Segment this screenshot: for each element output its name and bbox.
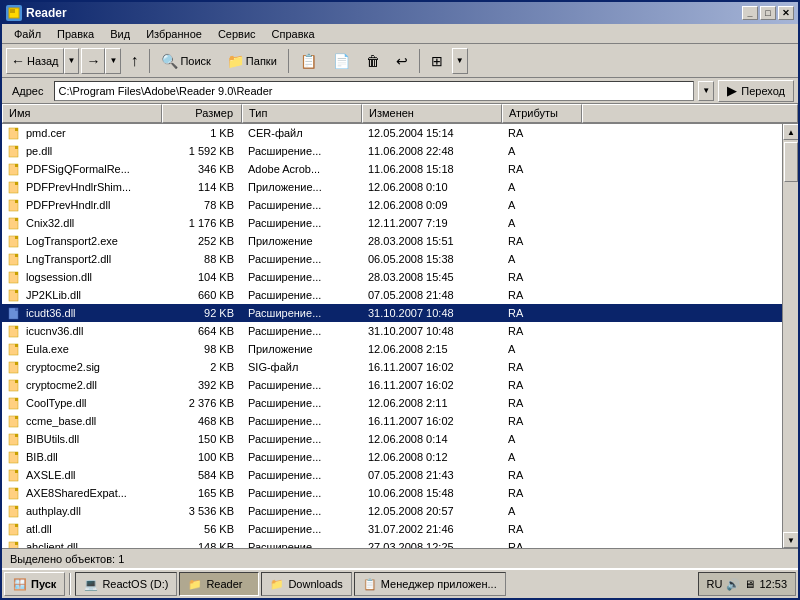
file-modified: 16.11.2007 16:02 <box>362 378 502 392</box>
back-dropdown-button[interactable]: ▼ <box>64 48 80 74</box>
start-button[interactable]: 🪟 Пуск <box>4 572 65 596</box>
scroll-track[interactable] <box>783 140 798 532</box>
column-header-modified[interactable]: Изменен <box>362 104 502 123</box>
close-button[interactable]: ✕ <box>778 6 794 20</box>
menu-favorites[interactable]: Избранное <box>138 26 210 42</box>
file-size: 148 KB <box>162 540 242 548</box>
file-modified: 27.03.2008 12:25 <box>362 540 502 548</box>
table-row[interactable]: CoolType.dll 2 376 KB Расширение... 12.0… <box>2 394 782 412</box>
table-row[interactable]: icudt36.dll 92 KB Расширение... 31.10.20… <box>2 304 782 322</box>
file-type: SIG-файл <box>242 360 362 374</box>
table-row[interactable]: cryptocme2.dll 392 KB Расширение... 16.1… <box>2 376 782 394</box>
forward-button-group: → ▼ <box>81 48 121 74</box>
paste-button[interactable]: 📄 <box>326 48 357 74</box>
taskbar-item-manager[interactable]: 📋 Менеджер приложен... <box>354 572 506 596</box>
file-name: atl.dll <box>2 521 162 537</box>
goto-button[interactable]: ▶ Переход <box>718 80 794 102</box>
taskbar-item-reactos[interactable]: 💻 ReactOS (D:) <box>75 572 177 596</box>
taskbar-item-downloads[interactable]: 📁 Downloads <box>261 572 351 596</box>
file-type: Расширение... <box>242 144 362 158</box>
table-row[interactable]: pmd.cer 1 KB CER-файл 12.05.2004 15:14 R… <box>2 124 782 142</box>
language-indicator[interactable]: RU <box>707 578 723 590</box>
toolbar: ← Назад ▼ → ▼ ↑ 🔍 Поиск 📁 Папки 📋 📄 <box>2 44 798 78</box>
column-header-attributes[interactable]: Атрибуты <box>502 104 582 123</box>
file-icon <box>8 522 22 536</box>
forward-button[interactable]: → <box>81 48 105 74</box>
column-header-type[interactable]: Тип <box>242 104 362 123</box>
file-size: 584 KB <box>162 468 242 482</box>
table-row[interactable]: icucnv36.dll 664 KB Расширение... 31.10.… <box>2 322 782 340</box>
view-dropdown-button[interactable]: ▼ <box>452 48 468 74</box>
search-button[interactable]: 🔍 Поиск <box>154 48 217 74</box>
table-row[interactable]: authplay.dll 3 536 KB Расширение... 12.0… <box>2 502 782 520</box>
taskbar-item-reader[interactable]: 📁 Reader <box>179 572 259 596</box>
table-row[interactable]: LngTransport2.dll 88 KB Расширение... 06… <box>2 250 782 268</box>
file-modified: 16.11.2007 16:02 <box>362 360 502 374</box>
scroll-thumb[interactable] <box>784 142 798 182</box>
menu-help[interactable]: Справка <box>264 26 323 42</box>
back-button[interactable]: ← Назад <box>6 48 64 74</box>
file-icon <box>8 216 22 230</box>
file-type: Расширение... <box>242 540 362 548</box>
file-type: Приложение <box>242 234 362 248</box>
address-dropdown-button[interactable]: ▼ <box>698 81 714 101</box>
table-row[interactable]: PDFSigQFormalRe... 346 KB Adobe Acrob...… <box>2 160 782 178</box>
file-type: Adobe Acrob... <box>242 162 362 176</box>
table-row[interactable]: pe.dll 1 592 KB Расширение... 11.06.2008… <box>2 142 782 160</box>
forward-dropdown-button[interactable]: ▼ <box>105 48 121 74</box>
file-size: 468 KB <box>162 414 242 428</box>
file-list[interactable]: pmd.cer 1 KB CER-файл 12.05.2004 15:14 R… <box>2 124 782 548</box>
folders-button[interactable]: 📁 Папки <box>220 48 284 74</box>
file-icon <box>8 342 22 356</box>
table-row[interactable]: cryptocme2.sig 2 KB SIG-файл 16.11.2007 … <box>2 358 782 376</box>
clock: 12:53 <box>759 578 787 590</box>
address-input[interactable] <box>54 81 695 101</box>
up-button[interactable]: ↑ <box>123 48 145 74</box>
window-icon <box>6 5 22 21</box>
address-label: Адрес <box>6 85 50 97</box>
maximize-button[interactable]: □ <box>760 6 776 20</box>
vertical-scrollbar[interactable]: ▲ ▼ <box>782 124 798 548</box>
table-row[interactable]: Eula.exe 98 KB Приложение 12.06.2008 2:1… <box>2 340 782 358</box>
scroll-down-button[interactable]: ▼ <box>783 532 798 548</box>
view-button[interactable]: ⊞ <box>424 48 450 74</box>
file-icon <box>8 324 22 338</box>
volume-icon[interactable]: 🔊 <box>726 578 740 591</box>
toolbar-divider-1 <box>149 49 150 73</box>
file-modified: 12.06.2008 0:09 <box>362 198 502 212</box>
file-list-container: pmd.cer 1 KB CER-файл 12.05.2004 15:14 R… <box>2 124 798 548</box>
minimize-button[interactable]: _ <box>742 6 758 20</box>
file-attr: RA <box>502 414 582 428</box>
table-row[interactable]: PDFPrevHndlrShim... 114 KB Приложение...… <box>2 178 782 196</box>
menu-view[interactable]: Вид <box>102 26 138 42</box>
table-row[interactable]: PDFPrevHndlr.dll 78 KB Расширение... 12.… <box>2 196 782 214</box>
file-modified: 31.10.2007 10:48 <box>362 306 502 320</box>
taskbar-item-reader-label: Reader <box>206 578 242 590</box>
svg-marker-13 <box>15 218 18 221</box>
file-attr: A <box>502 450 582 464</box>
file-attr: A <box>502 180 582 194</box>
undo-button[interactable]: ↩ <box>389 48 415 74</box>
column-header-name[interactable]: Имя <box>2 104 162 123</box>
svg-marker-15 <box>15 236 18 239</box>
menu-file[interactable]: Файл <box>6 26 49 42</box>
table-row[interactable]: JP2KLib.dll 660 KB Расширение... 07.05.2… <box>2 286 782 304</box>
delete-button[interactable]: 🗑 <box>359 48 387 74</box>
table-row[interactable]: atl.dll 56 KB Расширение... 31.07.2002 2… <box>2 520 782 538</box>
table-row[interactable]: BIB.dll 100 KB Расширение... 12.06.2008 … <box>2 448 782 466</box>
table-row[interactable]: logsession.dll 104 KB Расширение... 28.0… <box>2 268 782 286</box>
table-row[interactable]: LogTransport2.exe 252 KB Приложение 28.0… <box>2 232 782 250</box>
table-row[interactable]: AXE8SharedExpat... 165 KB Расширение... … <box>2 484 782 502</box>
menu-service[interactable]: Сервис <box>210 26 264 42</box>
table-row[interactable]: Cnix32.dll 1 176 KB Расширение... 12.11.… <box>2 214 782 232</box>
column-header-size[interactable]: Размер <box>162 104 242 123</box>
scroll-up-button[interactable]: ▲ <box>783 124 798 140</box>
table-row[interactable]: BIBUtils.dll 150 KB Расширение... 12.06.… <box>2 430 782 448</box>
table-row[interactable]: ahclient.dll 148 KB Расширение... 27.03.… <box>2 538 782 548</box>
menu-edit[interactable]: Правка <box>49 26 102 42</box>
copy-button[interactable]: 📋 <box>293 48 324 74</box>
file-name: pmd.cer <box>2 125 162 141</box>
table-row[interactable]: AXSLE.dll 584 KB Расширение... 07.05.200… <box>2 466 782 484</box>
toolbar-divider-2 <box>288 49 289 73</box>
table-row[interactable]: ccme_base.dll 468 KB Расширение... 16.11… <box>2 412 782 430</box>
